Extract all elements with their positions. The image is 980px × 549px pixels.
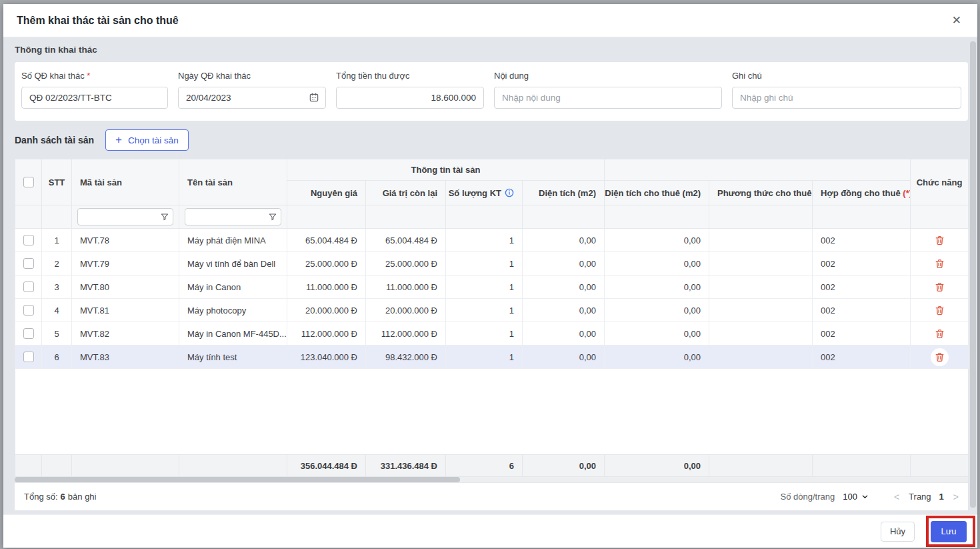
prev-page-button[interactable]: < bbox=[894, 492, 899, 502]
chevron-down-icon bbox=[861, 493, 869, 500]
row-checkbox[interactable] bbox=[23, 352, 34, 362]
note-input[interactable] bbox=[732, 87, 961, 109]
decision-date-input[interactable] bbox=[178, 87, 326, 109]
table-row[interactable]: 5MVT.82Máy in Canon MF-445D...112.000.00… bbox=[15, 322, 969, 346]
trash-icon bbox=[934, 235, 945, 246]
trash-icon bbox=[934, 258, 945, 269]
cell-phuong_thuc bbox=[709, 322, 813, 346]
cell-dt_cho_thue: 0,00 bbox=[605, 252, 709, 276]
asset-code-filter-input[interactable] bbox=[77, 208, 173, 225]
cell-phuong_thuc bbox=[709, 276, 813, 299]
table-footer-body: 356.044.484 Đ 331.436.484 Đ 6 0,00 0,00 bbox=[15, 369, 969, 477]
total-rental-area: 0,00 bbox=[605, 455, 709, 477]
trash-icon bbox=[934, 282, 945, 293]
total-amount-input[interactable] bbox=[336, 87, 484, 109]
cell-gia_tri: 98.432.000 Đ bbox=[366, 346, 446, 369]
cell-gia_tri: 20.000.000 Đ bbox=[366, 299, 446, 322]
table-row[interactable]: 6MVT.83Máy tính test123.040.000 Đ98.432.… bbox=[15, 346, 969, 369]
table-row[interactable]: 1MVT.78Máy phát điện MINA65.004.484 Đ65.… bbox=[15, 229, 969, 252]
cell-dien_tich: 0,00 bbox=[523, 252, 605, 276]
page-size-label: Số dòng/trang bbox=[781, 492, 835, 502]
table-header: STT Mã tài sản Tên tài sản Thông tin tài… bbox=[15, 159, 969, 205]
plus-icon: + bbox=[115, 134, 122, 145]
cancel-button[interactable]: Hủy bbox=[881, 522, 915, 542]
exploitation-info-title: Thông tin khai thác bbox=[15, 45, 968, 55]
row-checkbox[interactable] bbox=[23, 258, 34, 269]
cell-gia_tri: 11.000.000 Đ bbox=[366, 276, 446, 299]
asset-name-filter-input[interactable] bbox=[185, 208, 281, 225]
decision-date-field: Ngày QĐ khai thác bbox=[178, 71, 326, 121]
row-checkbox[interactable] bbox=[23, 282, 34, 292]
next-page-button[interactable]: > bbox=[953, 492, 959, 502]
table-row[interactable]: 3MVT.80Máy in Canon11.000.000 Đ11.000.00… bbox=[15, 276, 969, 299]
cell-ten: Máy in Canon MF-445D... bbox=[179, 322, 287, 346]
delete-row-button[interactable] bbox=[934, 235, 945, 246]
dialog-footer: Hủy Lưu bbox=[3, 514, 977, 548]
decision-number-label: Số QĐ khai thác * bbox=[21, 71, 168, 81]
horizontal-scrollbar[interactable] bbox=[15, 477, 968, 482]
delete-row-button[interactable] bbox=[934, 282, 945, 293]
cell-ma: MVT.82 bbox=[72, 322, 179, 346]
col-header-actions: Chức năng bbox=[911, 159, 969, 205]
cell-gia_tri: 25.000.000 Đ bbox=[366, 252, 446, 276]
content-field: Nội dung bbox=[494, 71, 722, 121]
total-amount-label: Tổng tiền thu được bbox=[336, 71, 484, 81]
cell-nguyen_gia: 65.004.484 Đ bbox=[287, 229, 366, 252]
cell-dt_cho_thue: 0,00 bbox=[605, 229, 709, 252]
filter-icon[interactable] bbox=[160, 212, 169, 221]
page-label: Trang bbox=[909, 492, 931, 502]
calendar-icon[interactable] bbox=[309, 92, 319, 105]
cell-ma: MVT.81 bbox=[72, 299, 179, 322]
cell-so_luong: 1 bbox=[446, 252, 523, 276]
cell-dien_tich: 0,00 bbox=[523, 229, 605, 252]
choose-asset-button[interactable]: + Chọn tài sản bbox=[105, 129, 189, 151]
cell-dt_cho_thue: 0,00 bbox=[605, 322, 709, 346]
cell-phuong_thuc bbox=[709, 299, 813, 322]
cell-so_luong: 1 bbox=[446, 322, 523, 346]
table-row[interactable]: 2MVT.79Máy vi tính để bàn Dell25.000.000… bbox=[15, 252, 969, 276]
cell-ma: MVT.80 bbox=[72, 276, 179, 299]
cell-nguyen_gia: 11.000.000 Đ bbox=[287, 276, 366, 299]
horizontal-scrollbar-thumb[interactable] bbox=[15, 477, 460, 482]
table-body: 1MVT.78Máy phát điện MINA65.004.484 Đ65.… bbox=[15, 229, 969, 369]
cell-dt_cho_thue: 0,00 bbox=[605, 299, 709, 322]
page-size-select[interactable]: 100 bbox=[843, 492, 869, 502]
cell-dien_tich: 0,00 bbox=[523, 346, 605, 369]
close-icon[interactable]: ✕ bbox=[949, 12, 964, 29]
add-asset-exploitation-dialog: Thêm khai thác tài sản cho thuê ✕ Thông … bbox=[3, 4, 977, 548]
content-input[interactable] bbox=[494, 87, 722, 109]
content-label: Nội dung bbox=[494, 71, 722, 81]
asset-list-header: Danh sách tài sản + Chọn tài sản bbox=[15, 129, 968, 151]
delete-row-button[interactable] bbox=[934, 328, 945, 340]
delete-row-button[interactable] bbox=[931, 348, 949, 366]
select-all-checkbox[interactable] bbox=[23, 177, 34, 187]
vertical-scrollbar[interactable] bbox=[970, 41, 976, 508]
delete-row-button[interactable] bbox=[934, 305, 945, 316]
cell-ten: Máy phát điện MINA bbox=[179, 229, 287, 252]
decision-date-label: Ngày QĐ khai thác bbox=[178, 71, 326, 81]
delete-row-button[interactable] bbox=[934, 258, 945, 269]
trash-icon bbox=[934, 352, 945, 363]
decision-number-input[interactable] bbox=[21, 87, 168, 109]
note-label: Ghi chú bbox=[732, 71, 961, 81]
row-checkbox[interactable] bbox=[23, 328, 34, 339]
cell-gia_tri: 112.000.000 Đ bbox=[366, 322, 446, 346]
group-header-asset-info: Thông tin tài sản bbox=[287, 159, 605, 181]
cell-dien_tich: 0,00 bbox=[523, 322, 605, 346]
total-amount-field: Tổng tiền thu được bbox=[336, 71, 484, 121]
row-checkbox[interactable] bbox=[23, 235, 34, 245]
cell-so_luong: 1 bbox=[446, 229, 523, 252]
cell-hop_dong: 002 bbox=[813, 299, 911, 322]
cell-nguyen_gia: 25.000.000 Đ bbox=[287, 252, 366, 276]
table-row[interactable]: 4MVT.81Máy photocopy20.000.000 Đ20.000.0… bbox=[15, 299, 969, 322]
total-area: 0,00 bbox=[523, 455, 605, 477]
cell-hop_dong: 002 bbox=[813, 276, 911, 299]
dialog-body: Thông tin khai thác Số QĐ khai thác * Ng… bbox=[3, 37, 977, 514]
info-icon[interactable] bbox=[505, 188, 514, 197]
exploitation-info-form: Số QĐ khai thác * Ngày QĐ khai thác bbox=[15, 62, 968, 121]
filter-icon[interactable] bbox=[268, 212, 277, 221]
cell-stt: 2 bbox=[42, 252, 72, 276]
pager: Số dòng/trang 100 < Trang 1 > bbox=[781, 492, 959, 502]
row-checkbox[interactable] bbox=[23, 305, 34, 316]
save-button[interactable]: Lưu bbox=[931, 521, 967, 542]
